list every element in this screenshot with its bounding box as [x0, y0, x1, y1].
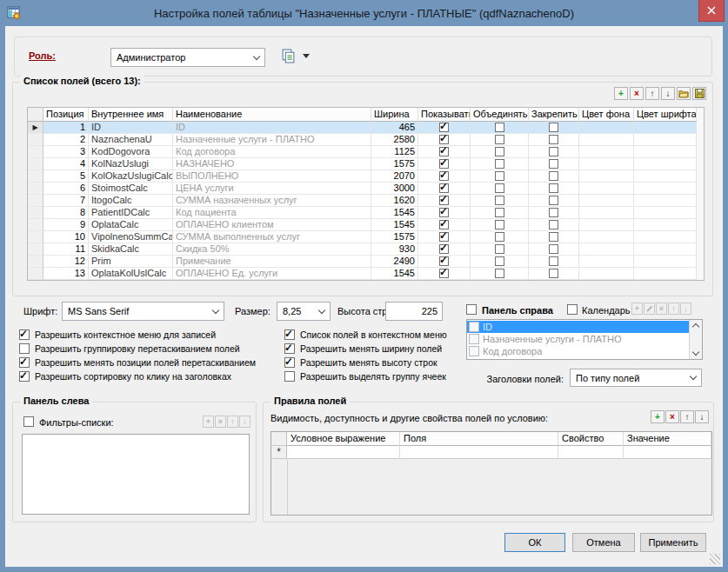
checkbox[interactable]: [19, 329, 30, 340]
row-selector[interactable]: [28, 207, 43, 219]
field-row[interactable]: ▶1IDID465: [28, 122, 704, 134]
row-selector[interactable]: [28, 219, 43, 231]
cell-pin[interactable]: [529, 183, 579, 195]
save-settings-button[interactable]: [692, 87, 706, 100]
checkbox[interactable]: [549, 196, 558, 205]
checkbox[interactable]: [439, 208, 449, 217]
scroll-up-icon[interactable]: [692, 323, 699, 330]
cell-pin[interactable]: [529, 195, 579, 207]
column-header-caption[interactable]: Наименование: [173, 108, 371, 122]
move-field-up-button[interactable]: ↑: [645, 87, 659, 100]
load-settings-button[interactable]: [677, 87, 691, 100]
checkbox[interactable]: [284, 343, 295, 354]
row-selector[interactable]: [28, 158, 43, 170]
cell-merge[interactable]: [471, 183, 529, 195]
row-selector[interactable]: [28, 146, 43, 158]
font-size-select[interactable]: 8,25: [277, 302, 331, 321]
list-item[interactable]: Код договора: [467, 345, 689, 357]
field-row[interactable]: 11SkidkaCalcСкидка 50%930: [28, 243, 704, 256]
field-row[interactable]: 3KodDogovoraКод договора1125: [28, 146, 704, 158]
column-header-pin[interactable]: Закрепить: [529, 108, 579, 122]
checkbox[interactable]: [549, 208, 558, 217]
checkbox[interactable]: [19, 371, 30, 382]
checkbox[interactable]: [284, 357, 295, 368]
scrollbar[interactable]: [689, 320, 702, 359]
apply-button[interactable]: Применить: [640, 533, 706, 552]
cell-show[interactable]: [418, 170, 471, 183]
rule-down-button[interactable]: ↓: [695, 410, 709, 423]
row-selector[interactable]: [28, 183, 43, 195]
cell-show[interactable]: [418, 207, 471, 219]
cell-show[interactable]: [418, 231, 471, 243]
ok-button[interactable]: ОК: [504, 533, 565, 552]
cell-show[interactable]: [418, 146, 471, 158]
column-header-font_color[interactable]: Цвет шрифта: [634, 108, 697, 122]
field-row[interactable]: 2NaznachenaUНазначенные услуги - ПЛАТНО2…: [28, 134, 704, 146]
checkbox[interactable]: [284, 329, 295, 340]
close-button[interactable]: [698, 0, 725, 22]
column-header-position[interactable]: Позиция: [43, 108, 89, 122]
cancel-button[interactable]: Отмена: [572, 533, 635, 552]
font-select[interactable]: MS Sans Serif: [62, 302, 224, 321]
cell-pin[interactable]: [529, 243, 579, 256]
cell-merge[interactable]: [471, 146, 529, 158]
checkbox[interactable]: [495, 183, 504, 193]
rule-up-button[interactable]: ↑: [680, 410, 694, 423]
checkbox[interactable]: [439, 183, 449, 193]
checkbox[interactable]: [284, 371, 295, 382]
cell-show[interactable]: [418, 268, 471, 280]
column-header-internal_name[interactable]: Внутреннее имя: [89, 108, 173, 122]
cell-merge[interactable]: [471, 219, 529, 231]
field-row[interactable]: 9OplataCalcОПЛАЧЕНО клиентом1545: [28, 219, 704, 231]
cell-pin[interactable]: [529, 219, 579, 231]
checkbox[interactable]: [495, 196, 504, 205]
field-row[interactable]: 8PatientIDCalcКод пациента1545: [28, 207, 704, 219]
field-row[interactable]: 12PrimПримечание2490: [28, 256, 704, 268]
checkbox[interactable]: [549, 171, 558, 181]
checkbox[interactable]: [495, 147, 504, 156]
row-height-input[interactable]: 225: [385, 302, 443, 321]
delete-field-button[interactable]: ×: [630, 87, 644, 100]
cell-pin[interactable]: [529, 122, 579, 134]
cell-merge[interactable]: [471, 122, 529, 134]
calendar-checkbox[interactable]: [567, 304, 578, 315]
cell-show[interactable]: [418, 183, 471, 195]
scroll-down-icon[interactable]: [692, 349, 699, 356]
row-selector[interactable]: [28, 256, 43, 268]
checkbox[interactable]: [439, 135, 449, 144]
row-selector[interactable]: [28, 195, 43, 207]
field-row[interactable]: 4KolNazUslugiНАЗНАЧЕНО1575: [28, 158, 704, 170]
field-row[interactable]: 7ItogoCalcСУММА назначенных услуг1620: [28, 195, 704, 207]
cell-pin[interactable]: [529, 268, 579, 280]
checkbox[interactable]: [495, 244, 504, 254]
field-row[interactable]: 10VipolnenoSummCalСУММА выполненных услу…: [28, 231, 704, 243]
checkbox[interactable]: [495, 171, 504, 181]
row-selector[interactable]: [28, 243, 43, 256]
rules-cell[interactable]: [287, 446, 400, 459]
add-field-button[interactable]: +: [614, 87, 628, 100]
checkbox[interactable]: [439, 256, 449, 266]
checkbox[interactable]: [439, 196, 449, 205]
field-row[interactable]: 5KolOkazUslugiCalcВЫПОЛНЕНО2070: [28, 170, 704, 183]
checkbox[interactable]: [549, 269, 558, 278]
column-header-show[interactable]: Показывать: [418, 108, 471, 122]
rule-add-button[interactable]: +: [651, 410, 665, 423]
resize-grip[interactable]: [710, 554, 720, 564]
rule-delete-button[interactable]: ×: [665, 410, 679, 423]
cell-merge[interactable]: [471, 158, 529, 170]
cell-merge[interactable]: [471, 195, 529, 207]
list-item[interactable]: Назначенные услуги - ПЛАТНО: [467, 333, 689, 345]
cell-merge[interactable]: [471, 256, 529, 268]
cell-pin[interactable]: [529, 158, 579, 170]
cell-show[interactable]: [418, 219, 471, 231]
checkbox[interactable]: [495, 208, 504, 217]
checkbox[interactable]: [549, 159, 558, 169]
cell-merge[interactable]: [471, 231, 529, 243]
move-field-down-button[interactable]: ↓: [661, 87, 675, 100]
row-selector[interactable]: [28, 231, 43, 243]
cell-pin[interactable]: [529, 134, 579, 146]
cell-show[interactable]: [418, 122, 471, 134]
checkbox[interactable]: [439, 171, 449, 181]
checkbox[interactable]: [439, 244, 449, 254]
copy-settings-button[interactable]: [281, 49, 310, 63]
